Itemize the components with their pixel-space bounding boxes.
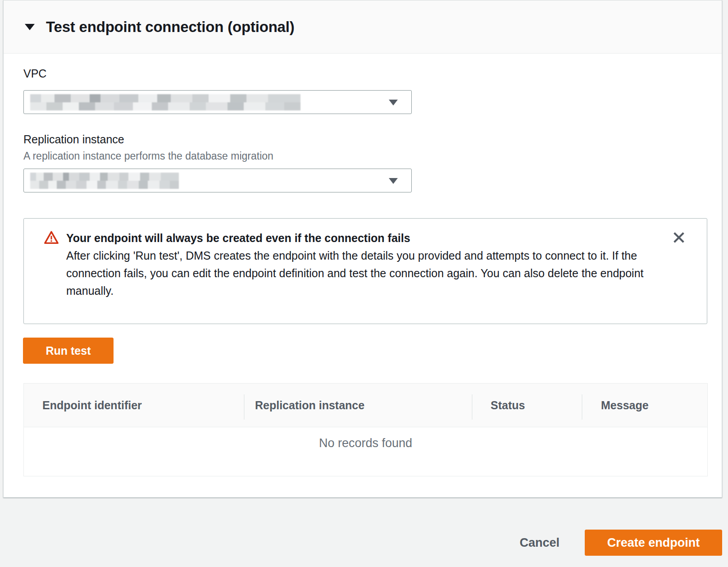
warning-alert: Your endpoint will always be created eve… [23, 218, 707, 324]
vpc-select[interactable] [23, 90, 412, 114]
vpc-redacted-value [30, 94, 300, 110]
panel-header[interactable]: Test endpoint connection (optional) [4, 0, 722, 54]
footer-actions: Cancel Create endpoint [0, 518, 728, 567]
table-header-row: Endpoint identifier Replication instance… [24, 384, 707, 427]
run-test-button[interactable]: Run test [23, 338, 114, 364]
test-endpoint-connection-panel: Test endpoint connection (optional) VPC … [3, 0, 722, 498]
replication-instance-label: Replication instance [23, 133, 124, 146]
connection-results-table: Endpoint identifier Replication instance… [23, 383, 708, 476]
column-header-message: Message [582, 384, 707, 427]
column-header-status: Status [472, 384, 582, 427]
column-header-endpoint-identifier: Endpoint identifier [24, 384, 244, 427]
panel-title: Test endpoint connection (optional) [46, 18, 295, 36]
column-header-replication-instance: Replication instance [244, 384, 472, 427]
dropdown-arrow-icon [389, 100, 398, 105]
dropdown-arrow-icon [389, 178, 398, 184]
replication-instance-select[interactable] [23, 169, 412, 192]
cancel-button[interactable]: Cancel [514, 536, 565, 550]
warning-icon [44, 230, 59, 247]
replication-instance-redacted-value [30, 173, 179, 189]
replication-instance-description: A replication instance performs the data… [23, 150, 273, 162]
close-icon[interactable] [671, 229, 687, 246]
warning-body: After clicking 'Run test', DMS creates t… [66, 247, 656, 300]
triangle-down-icon [25, 24, 35, 30]
table-empty-state: No records found [24, 427, 707, 476]
vpc-label: VPC [23, 67, 46, 80]
warning-title: Your endpoint will always be created eve… [66, 229, 656, 247]
create-endpoint-button[interactable]: Create endpoint [585, 530, 722, 556]
